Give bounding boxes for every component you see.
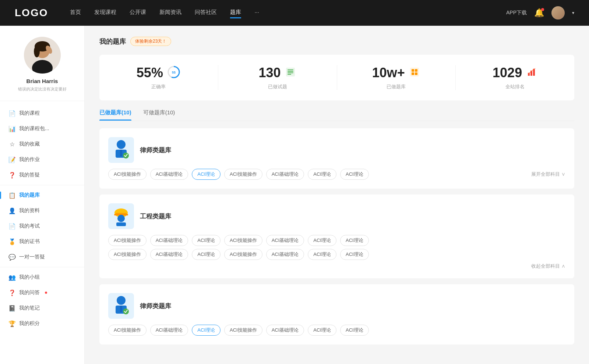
sidebar-item-cert[interactable]: 🏅 我的证书 bbox=[0, 234, 84, 249]
sidebar-item-label: 我的积分 bbox=[19, 320, 40, 327]
bank-card-header: 律师类题库 bbox=[108, 137, 565, 163]
avatar-svg bbox=[24, 37, 61, 74]
profile-name: Brian Harris bbox=[7, 78, 77, 84]
tag[interactable]: ACI技能操作 bbox=[108, 249, 147, 260]
svg-point-4 bbox=[34, 46, 40, 57]
tag[interactable]: ACI技能操作 bbox=[224, 249, 262, 260]
divider-1 bbox=[0, 185, 84, 185]
svg-rect-16 bbox=[415, 69, 417, 72]
tag[interactable]: ACI理论 bbox=[340, 325, 369, 336]
unread-dot bbox=[45, 292, 47, 294]
tag[interactable]: ACI基础理论 bbox=[150, 169, 188, 180]
bank-tags: ACI技能操作 ACI基础理论 ACI理论 ACI技能操作 ACI基础理论 AC… bbox=[108, 169, 565, 180]
sidebar-item-tutor[interactable]: 💬 一对一答疑 bbox=[0, 249, 84, 265]
nav-bank[interactable]: 题库 bbox=[230, 7, 241, 18]
tag[interactable]: ACI基础理论 bbox=[150, 235, 188, 246]
sidebar-item-groups[interactable]: 👥 我的小组 bbox=[0, 270, 84, 285]
tag[interactable]: ACI理论 bbox=[308, 249, 336, 260]
nav-home[interactable]: 首页 bbox=[70, 7, 81, 18]
groups-icon: 👥 bbox=[9, 274, 15, 281]
sidebar-item-favorites[interactable]: ☆ 我的收藏 bbox=[0, 136, 84, 152]
svg-text:55: 55 bbox=[172, 71, 176, 74]
navbar-right: APP下载 🔔 ▾ bbox=[506, 6, 574, 19]
notification-dot bbox=[541, 8, 544, 11]
tag[interactable]: ACI技能操作 bbox=[108, 235, 147, 246]
avatar-dropdown-arrow[interactable]: ▾ bbox=[572, 10, 574, 15]
tutor-icon: 💬 bbox=[9, 254, 15, 260]
tag[interactable]: ACI技能操作 bbox=[224, 169, 262, 180]
sidebar-item-label: 我的作业 bbox=[19, 156, 40, 163]
bank-title: 律师类题库 bbox=[140, 146, 171, 154]
tag[interactable]: ACI技能操作 bbox=[108, 325, 147, 336]
chart-icon bbox=[526, 66, 537, 79]
tag[interactable]: ACI基础理论 bbox=[266, 249, 304, 260]
page-title-row: 我的题库 体验剩余23天！ bbox=[99, 37, 574, 46]
stat-rank: 1029 全站排名 bbox=[456, 65, 574, 90]
svg-rect-25 bbox=[120, 150, 122, 156]
sidebar-item-label: 我的题库 bbox=[19, 192, 40, 199]
nav-more[interactable]: ··· bbox=[254, 7, 259, 18]
nav-news[interactable]: 新闻资讯 bbox=[159, 7, 181, 18]
bank-card-header: 律师类题库 bbox=[108, 293, 565, 319]
tag[interactable]: ACI技能操作 bbox=[108, 169, 147, 180]
tag[interactable]: ACI理论 bbox=[192, 235, 221, 246]
sidebar-item-questions[interactable]: ❓ 我的答疑 bbox=[0, 167, 84, 183]
tag[interactable]: ACI理论 bbox=[340, 169, 369, 180]
sidebar-item-label: 我的课程 bbox=[19, 110, 40, 117]
stats-card: 55% 55 正确率 130 bbox=[99, 55, 574, 100]
nav-open[interactable]: 公开课 bbox=[130, 7, 146, 18]
tab-done-banks[interactable]: 已做题库(10) bbox=[99, 109, 131, 121]
notification-bell[interactable]: 🔔 bbox=[534, 8, 544, 18]
sidebar-item-bank[interactable]: 📋 我的题库 bbox=[0, 188, 84, 203]
sidebar-item-points[interactable]: 🏆 我的积分 bbox=[0, 316, 84, 331]
app-download-button[interactable]: APP下载 bbox=[506, 10, 527, 16]
bank-card-engineer: 工程类题库 ACI技能操作 ACI基础理论 ACI理论 ACI技能操作 ACI基… bbox=[99, 195, 574, 278]
sidebar: Brian Harris 错误的决定比没有决定要好 📄 我的课程 📊 我的课程包… bbox=[0, 26, 85, 364]
tag[interactable]: ACI基础理论 bbox=[150, 249, 188, 260]
exam-icon: 📄 bbox=[9, 223, 15, 229]
svg-rect-31 bbox=[116, 222, 126, 226]
avatar-image bbox=[551, 6, 565, 19]
sidebar-item-label: 我的答疑 bbox=[19, 172, 40, 178]
tag[interactable]: ACI理论 bbox=[192, 249, 221, 260]
tag[interactable]: ACI理论 bbox=[308, 169, 336, 180]
tag[interactable]: ACI基础理论 bbox=[266, 169, 304, 180]
sidebar-item-label: 一对一答疑 bbox=[19, 254, 45, 260]
sidebar-item-label: 我的笔记 bbox=[19, 305, 40, 311]
profile-motto: 错误的决定比没有决定要好 bbox=[7, 86, 77, 92]
tag[interactable]: ACI基础理论 bbox=[266, 325, 304, 336]
logo[interactable]: LOGO bbox=[15, 7, 48, 19]
tab-available-banks[interactable]: 可做题库(10) bbox=[143, 109, 175, 121]
sidebar-item-notes[interactable]: 📓 我的笔记 bbox=[0, 300, 84, 316]
tag[interactable]: ACI技能操作 bbox=[224, 235, 262, 246]
bank-tags-footer: 收起全部科目 ∧ bbox=[108, 263, 565, 270]
trial-badge: 体验剩余23天！ bbox=[130, 37, 171, 46]
collapse-all-button[interactable]: 收起全部科目 ∧ bbox=[531, 263, 565, 270]
tabs-row: 已做题库(10) 可做题库(10) bbox=[99, 109, 574, 121]
sidebar-item-course-package[interactable]: 📊 我的课程包... bbox=[0, 121, 84, 136]
sidebar-item-my-courses[interactable]: 📄 我的课程 bbox=[0, 106, 84, 121]
tag[interactable]: ACI理论 bbox=[308, 235, 336, 246]
sidebar-item-exam[interactable]: 📄 我的考试 bbox=[0, 218, 84, 234]
sidebar-item-my-qa[interactable]: ❓ 我的问答 bbox=[0, 285, 84, 300]
user-avatar[interactable] bbox=[551, 6, 565, 19]
sidebar-item-homework[interactable]: 📝 我的作业 bbox=[0, 152, 84, 167]
sidebar-item-profile[interactable]: 👤 我的资料 bbox=[0, 203, 84, 218]
divider-2 bbox=[0, 267, 84, 267]
tag[interactable]: ACI理论 bbox=[340, 235, 369, 246]
nav-qa[interactable]: 问答社区 bbox=[195, 7, 217, 18]
tag[interactable]: ACI理论 bbox=[340, 249, 369, 260]
svg-rect-15 bbox=[412, 69, 414, 72]
stat-top: 10w+ bbox=[345, 65, 448, 81]
tag-active[interactable]: ACI理论 bbox=[192, 325, 221, 336]
tag[interactable]: ACI基础理论 bbox=[150, 325, 188, 336]
nav-discover[interactable]: 发现课程 bbox=[94, 7, 116, 18]
tag[interactable]: ACI基础理论 bbox=[266, 235, 304, 246]
tag-active[interactable]: ACI理论 bbox=[192, 169, 221, 180]
sidebar-item-label: 我的证书 bbox=[19, 238, 40, 245]
sidebar-item-label: 我的课程包... bbox=[19, 125, 49, 132]
expand-all-button[interactable]: 展开全部科目 ∨ bbox=[531, 171, 565, 178]
tag[interactable]: ACI理论 bbox=[308, 325, 336, 336]
tag[interactable]: ACI技能操作 bbox=[224, 325, 262, 336]
stat-value: 55% bbox=[137, 65, 163, 81]
